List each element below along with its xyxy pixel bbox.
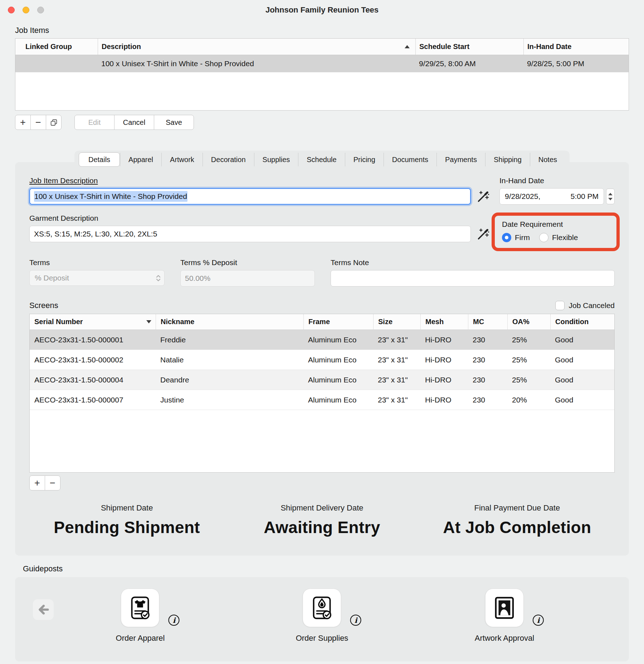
garment-magic-wand-button[interactable] <box>475 226 492 242</box>
duplicate-icon <box>50 119 58 126</box>
back-button[interactable] <box>33 599 54 620</box>
job-item-description-label: Job Item Description <box>29 176 492 185</box>
terms-select[interactable]: % Deposit <box>29 270 165 286</box>
tab-pricing[interactable]: Pricing <box>345 153 384 166</box>
column-header-mesh[interactable]: Mesh <box>420 314 468 329</box>
stepper-up-icon <box>608 193 613 195</box>
date-stepper[interactable] <box>606 189 615 204</box>
cell-size: 23" x 31" <box>373 356 420 364</box>
artwork-approval-button[interactable] <box>485 589 524 627</box>
screens-table: Serial Number Nickname Frame Size Mesh M… <box>29 314 615 473</box>
order-apparel-info-icon[interactable]: i <box>169 615 180 626</box>
minimize-window-button[interactable] <box>23 7 29 14</box>
screen-row[interactable]: AECO-23x31-1.50-000007 Justine Aluminum … <box>30 390 614 410</box>
sort-descending-icon <box>146 320 151 323</box>
back-arrow-icon <box>35 601 52 618</box>
selected-text: 100 x Unisex T-Shirt in White - Shop Pro… <box>34 191 187 202</box>
garment-description-input[interactable]: XS:5, S:15, M:25, L:30, XL:20, 2XL:5 <box>29 226 471 242</box>
close-window-button[interactable] <box>8 7 15 14</box>
date-summaries: Shipment Date Pending Shipment Shipment … <box>29 503 615 537</box>
shipment-date-summary: Shipment Date Pending Shipment <box>29 503 224 537</box>
add-job-item-button[interactable]: + <box>15 115 31 130</box>
order-supplies-button[interactable] <box>303 589 341 627</box>
date-requirement-label: Date Requirement <box>502 220 611 229</box>
cell-oa: 25% <box>507 356 550 364</box>
cell-mesh: Hi-DRO <box>420 376 468 384</box>
remove-job-item-button[interactable]: − <box>30 115 46 130</box>
job-item-description-input[interactable]: 100 x Unisex T-Shirt in White - Shop Pro… <box>29 188 471 205</box>
cell-size: 23" x 31" <box>373 376 420 384</box>
order-supplies-info-icon[interactable]: i <box>350 615 361 626</box>
terms-note-input[interactable] <box>331 270 615 287</box>
cell-description: 100 x Unisex T-Shirt in White - Shop Pro… <box>98 59 415 68</box>
screen-row[interactable]: AECO-23x31-1.50-000002 Natalie Aluminum … <box>30 350 614 370</box>
guidepost-order-apparel: i Order Apparel <box>116 589 165 643</box>
cell-mesh: Hi-DRO <box>420 356 468 364</box>
in-hand-date-value: 9/28/2025, <box>505 192 540 201</box>
checkbox-unchecked-icon <box>555 301 565 310</box>
radio-flexible[interactable]: Flexible <box>539 233 578 242</box>
artwork-approval-info-icon[interactable]: i <box>533 615 544 626</box>
order-apparel-button[interactable] <box>121 589 160 627</box>
tab-decoration[interactable]: Decoration <box>203 153 254 166</box>
tab-supplies[interactable]: Supplies <box>254 153 298 166</box>
cell-frame: Aluminum Eco <box>303 356 373 364</box>
column-header-mc[interactable]: MC <box>468 314 507 329</box>
cell-serial-number: AECO-23x31-1.50-000002 <box>30 356 156 364</box>
column-header-description[interactable]: Description <box>98 39 415 55</box>
sort-ascending-icon <box>405 45 410 48</box>
screen-row[interactable]: AECO-23x31-1.50-000004 Deandre Aluminum … <box>30 370 614 390</box>
add-screen-button[interactable]: + <box>29 475 45 490</box>
column-header-size[interactable]: Size <box>373 314 420 329</box>
cell-size: 23" x 31" <box>373 336 420 344</box>
cell-oa: 25% <box>507 336 550 344</box>
zoom-window-button[interactable] <box>37 7 44 14</box>
tab-schedule[interactable]: Schedule <box>298 153 345 166</box>
terms-deposit-input[interactable]: 50.00% <box>180 270 315 287</box>
screens-empty-area <box>30 410 614 472</box>
column-header-serial-number[interactable]: Serial Number <box>30 314 156 329</box>
save-button[interactable]: Save <box>154 115 194 130</box>
cancel-button[interactable]: Cancel <box>114 115 154 130</box>
description-magic-wand-button[interactable] <box>475 188 492 205</box>
tab-apparel[interactable]: Apparel <box>120 153 161 166</box>
column-header-frame[interactable]: Frame <box>303 314 373 329</box>
tab-bar: Details Apparel Artwork Decoration Suppl… <box>74 151 570 169</box>
tab-payments[interactable]: Payments <box>436 153 485 166</box>
duplicate-job-item-button[interactable] <box>46 115 62 130</box>
tab-artwork[interactable]: Artwork <box>161 153 203 166</box>
column-header-in-hand-date[interactable]: In-Hand Date <box>523 39 629 55</box>
cell-mc: 230 <box>468 376 507 384</box>
cell-in-hand-date: 9/28/25, 5:00 PM <box>523 59 629 68</box>
column-header-nickname[interactable]: Nickname <box>156 314 303 329</box>
job-items-controls: + − Edit Cancel Save <box>15 115 629 130</box>
cell-condition: Good <box>550 336 614 344</box>
cell-nickname: Justine <box>156 396 303 404</box>
job-item-row-selected[interactable]: 100 x Unisex T-Shirt in White - Shop Pro… <box>15 55 629 72</box>
remove-screen-button[interactable]: − <box>45 475 60 490</box>
column-header-linked-group[interactable]: Linked Group <box>15 39 98 55</box>
cell-mc: 230 <box>468 396 507 404</box>
in-hand-time-value: 5:00 PM <box>571 192 599 201</box>
column-header-oa[interactable]: OA% <box>507 314 550 329</box>
details-panel: Job Item Description 100 x Unisex T-Shir… <box>15 162 629 556</box>
screen-row[interactable]: AECO-23x31-1.50-000001 Freddie Aluminum … <box>30 330 614 350</box>
column-header-schedule-start[interactable]: Schedule Start <box>415 39 523 55</box>
guidepost-label: Artwork Approval <box>475 634 534 643</box>
tab-shipping[interactable]: Shipping <box>485 153 530 166</box>
job-items-empty-area <box>15 72 629 110</box>
tab-documents[interactable]: Documents <box>384 153 436 166</box>
cell-size: 23" x 31" <box>373 396 420 404</box>
screens-label: Screens <box>29 301 58 310</box>
edit-button[interactable]: Edit <box>74 115 114 130</box>
radio-firm[interactable]: Firm <box>502 233 530 242</box>
job-canceled-checkbox[interactable]: Job Canceled <box>555 301 615 310</box>
cell-oa: 20% <box>507 396 550 404</box>
guidepost-label: Order Apparel <box>116 634 165 643</box>
screens-controls: + − <box>29 475 615 490</box>
tab-notes[interactable]: Notes <box>530 153 565 166</box>
tab-details[interactable]: Details <box>79 152 120 167</box>
cell-frame: Aluminum Eco <box>303 396 373 404</box>
in-hand-date-input[interactable]: 9/28/2025, 5:00 PM <box>499 188 604 205</box>
column-header-condition[interactable]: Condition <box>550 314 614 329</box>
